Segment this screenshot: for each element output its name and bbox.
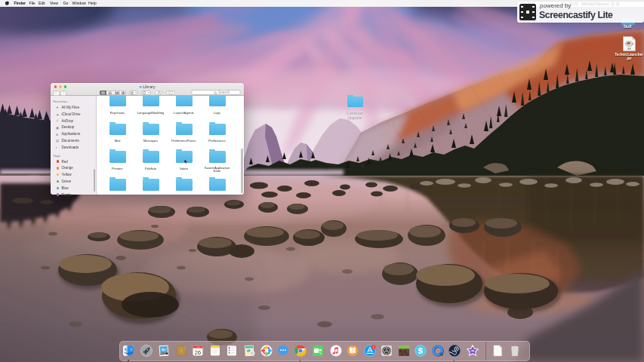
svg-text:1: 1: [372, 346, 374, 349]
svg-text:JAR: JAR: [627, 48, 632, 51]
svg-text:26: 26: [195, 349, 201, 356]
svg-text:AUG: AUG: [196, 346, 200, 348]
